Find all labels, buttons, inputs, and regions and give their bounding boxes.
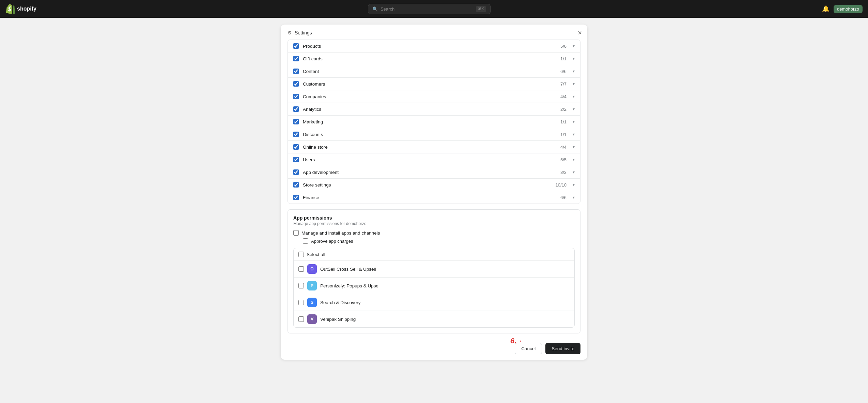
- search-placeholder: Search: [381, 6, 394, 12]
- perm-chevron-finance[interactable]: ▾: [573, 195, 575, 200]
- perm-name-companies: Companies: [303, 94, 556, 99]
- perm-checkbox-companies[interactable]: [293, 94, 299, 99]
- app-checkbox-search-discovery[interactable]: [298, 300, 304, 305]
- app-icon-search-discovery: S: [307, 298, 317, 307]
- app-list-container: Select all OOutSell Cross Sell & UpsellP…: [293, 248, 575, 328]
- perm-checkbox-app-development[interactable]: [293, 169, 299, 175]
- bottom-actions: 6. ← Cancel Send invite: [288, 339, 580, 356]
- perm-chevron-marketing[interactable]: ▾: [573, 119, 575, 124]
- approve-charges-row: Approve app charges: [303, 238, 575, 244]
- search-shortcut: ⌘K: [476, 6, 486, 12]
- perm-chevron-discounts[interactable]: ▾: [573, 132, 575, 137]
- perm-chevron-app-development[interactable]: ▾: [573, 170, 575, 175]
- perm-checkbox-products[interactable]: [293, 43, 299, 49]
- app-checkbox-venipak[interactable]: [298, 316, 304, 322]
- select-all-row: Select all: [294, 248, 574, 261]
- perm-checkbox-store-settings[interactable]: [293, 182, 299, 188]
- app-name-outsell: OutSell Cross Sell & Upsell: [320, 267, 376, 272]
- perm-chevron-gift-cards[interactable]: ▾: [573, 56, 575, 61]
- user-badge[interactable]: demohorzo: [834, 5, 863, 13]
- perm-checkbox-customers[interactable]: [293, 81, 299, 87]
- perm-name-analytics: Analytics: [303, 107, 556, 112]
- perm-chevron-online-store[interactable]: ▾: [573, 145, 575, 149]
- select-all-checkbox[interactable]: [298, 252, 304, 257]
- perm-checkbox-discounts[interactable]: [293, 132, 299, 137]
- perm-name-marketing: Marketing: [303, 119, 556, 124]
- perm-count-discounts: 1/1: [560, 132, 567, 137]
- bell-icon[interactable]: 🔔: [822, 5, 830, 13]
- topbar-left: shopify: [5, 4, 36, 14]
- perm-count-marketing: 1/1: [560, 119, 567, 124]
- page-content: ⚙ Settings × Products5/6▾Gift cards1/1▾C…: [0, 18, 868, 403]
- perm-count-online-store: 4/4: [560, 145, 567, 150]
- app-list-item-personizely: PPersonizely: Popups & Upsell: [294, 278, 574, 294]
- manage-install-label: Manage and install apps and channels: [301, 230, 380, 236]
- perm-name-customers: Customers: [303, 81, 556, 87]
- perm-checkbox-analytics[interactable]: [293, 106, 299, 112]
- settings-title: Settings: [295, 30, 312, 35]
- app-name-personizely: Personizely: Popups & Upsell: [320, 283, 381, 288]
- annotation-arrow-icon: ←: [518, 337, 526, 345]
- perm-name-app-development: App development: [303, 170, 556, 175]
- search-bar[interactable]: 🔍 Search ⌘K: [368, 4, 491, 14]
- search-icon: 🔍: [372, 6, 378, 12]
- perm-checkbox-finance[interactable]: [293, 195, 299, 200]
- perm-name-finance: Finance: [303, 195, 556, 200]
- perm-chevron-users[interactable]: ▾: [573, 157, 575, 162]
- perm-chevron-customers[interactable]: ▾: [573, 81, 575, 86]
- approve-charges-label: Approve app charges: [311, 239, 353, 244]
- permission-row-customers: Customers7/7▾: [288, 78, 580, 90]
- settings-header: ⚙ Settings: [288, 30, 580, 35]
- perm-chevron-analytics[interactable]: ▾: [573, 107, 575, 111]
- manage-install-checkbox[interactable]: [293, 230, 299, 236]
- perm-name-users: Users: [303, 157, 556, 162]
- permission-row-gift-cards: Gift cards1/1▾: [288, 53, 580, 65]
- perm-name-gift-cards: Gift cards: [303, 56, 556, 61]
- permission-row-online-store: Online store4/4▾: [288, 141, 580, 153]
- perm-chevron-companies[interactable]: ▾: [573, 94, 575, 99]
- app-list: OOutSell Cross Sell & UpsellPPersonizely…: [294, 261, 574, 327]
- perm-checkbox-online-store[interactable]: [293, 144, 299, 150]
- perm-count-companies: 4/4: [560, 94, 567, 99]
- permission-row-store-settings: Store settings10/10▾: [288, 179, 580, 191]
- perm-name-online-store: Online store: [303, 145, 556, 150]
- gear-icon: ⚙: [288, 30, 292, 35]
- permission-row-content: Content6/6▾: [288, 65, 580, 78]
- perm-name-content: Content: [303, 69, 556, 74]
- shopify-logo: shopify: [5, 4, 36, 14]
- permission-row-users: Users5/5▾: [288, 153, 580, 166]
- app-list-item-outsell: OOutSell Cross Sell & Upsell: [294, 261, 574, 278]
- perm-chevron-content[interactable]: ▾: [573, 69, 575, 74]
- perm-checkbox-gift-cards[interactable]: [293, 56, 299, 61]
- perm-checkbox-content[interactable]: [293, 69, 299, 74]
- perm-chevron-products[interactable]: ▾: [573, 44, 575, 48]
- select-all-label: Select all: [307, 252, 325, 257]
- app-checkbox-outsell[interactable]: [298, 266, 304, 272]
- close-button[interactable]: ×: [578, 29, 582, 36]
- topbar-right: 🔔 demohorzo: [822, 5, 863, 13]
- app-icon-venipak: V: [307, 314, 317, 324]
- app-list-item-search-discovery: SSearch & Discovery: [294, 294, 574, 311]
- app-name-venipak: Venipak Shipping: [320, 317, 356, 322]
- perm-chevron-store-settings[interactable]: ▾: [573, 182, 575, 187]
- manage-install-row: Manage and install apps and channels: [293, 230, 575, 236]
- perm-count-content: 6/6: [560, 69, 567, 74]
- perm-count-products: 5/6: [560, 44, 567, 49]
- permission-row-discounts: Discounts1/1▾: [288, 128, 580, 141]
- perm-count-finance: 6/6: [560, 195, 567, 200]
- approve-charges-checkbox[interactable]: [303, 238, 308, 244]
- perm-checkbox-users[interactable]: [293, 157, 299, 162]
- perm-count-customers: 7/7: [560, 81, 567, 87]
- perm-name-products: Products: [303, 44, 556, 49]
- perm-count-app-development: 3/3: [560, 170, 567, 175]
- perm-count-users: 5/5: [560, 157, 567, 162]
- app-icon-personizely: P: [307, 281, 317, 290]
- perm-count-store-settings: 10/10: [555, 182, 567, 188]
- annotation-number: 6.: [510, 337, 516, 345]
- perm-checkbox-marketing[interactable]: [293, 119, 299, 124]
- logo-text: shopify: [17, 6, 36, 12]
- send-invite-button[interactable]: Send invite: [545, 343, 580, 354]
- settings-panel: ⚙ Settings × Products5/6▾Gift cards1/1▾C…: [281, 25, 587, 360]
- topbar: shopify 🔍 Search ⌘K 🔔 demohorzo: [0, 0, 868, 18]
- app-checkbox-personizely[interactable]: [298, 283, 304, 288]
